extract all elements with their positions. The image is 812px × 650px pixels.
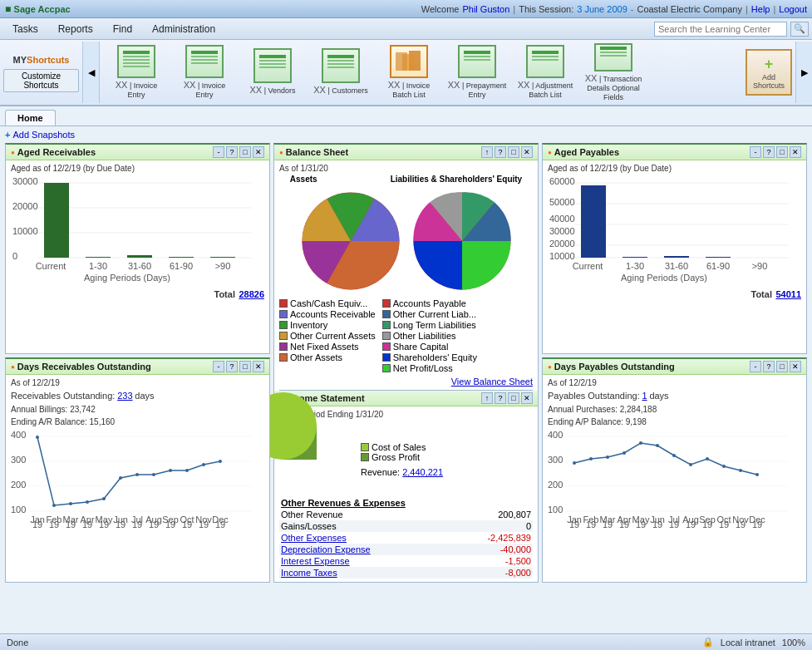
svg-rect-5 xyxy=(191,51,218,54)
svg-text:100: 100 xyxy=(548,505,563,515)
view-balance-sheet-link[interactable]: View Balance Sheet xyxy=(279,377,533,387)
total-value-link[interactable]: 54011 xyxy=(775,289,801,299)
svg-point-135 xyxy=(755,473,759,476)
svg-text:19: 19 xyxy=(66,520,76,529)
panel-close[interactable]: ✕ xyxy=(790,146,801,158)
panel-help[interactable]: ? xyxy=(763,146,775,158)
shortcut-transaction-details[interactable]: XX | Transaction Details Optional Fields xyxy=(580,42,647,102)
revenue-value-link[interactable]: 2,440,221 xyxy=(402,467,443,477)
panel-close[interactable]: ✕ xyxy=(253,361,264,372)
svg-point-125 xyxy=(589,457,593,460)
income-legend-area: Cost of Sales Gross Profit Revenue: 2,44… xyxy=(361,442,443,477)
menu-reports[interactable]: Reports xyxy=(49,20,102,38)
svg-rect-10 xyxy=(259,60,286,62)
zoom-level: 100% xyxy=(782,638,805,648)
svg-point-86 xyxy=(135,473,139,476)
topbar-left: ■ Sage Accpac xyxy=(5,3,71,15)
shortcut-icon xyxy=(390,45,428,78)
customize-shortcuts-button[interactable]: Customize Shortcuts xyxy=(3,69,79,92)
user-link[interactable]: Phil Guston xyxy=(462,4,509,14)
svg-rect-41 xyxy=(210,257,235,258)
panel-close[interactable]: ✕ xyxy=(253,146,264,158)
menu-tasks[interactable]: Tasks xyxy=(3,20,47,38)
menu-find[interactable]: Find xyxy=(104,20,141,38)
panel-minimize[interactable]: - xyxy=(750,361,761,372)
panel-close[interactable]: ✕ xyxy=(521,392,533,404)
tab-home[interactable]: Home xyxy=(5,110,56,126)
shortcut-invoice-entry-1[interactable]: XX | Invoice Entry xyxy=(103,42,170,102)
panel-scroll-up[interactable]: ↑ xyxy=(481,146,493,158)
table-row: Other Expenses -2,425,839 xyxy=(279,532,533,544)
shortcut-prepayment[interactable]: XX | Prepayment Entry xyxy=(444,42,510,102)
panel-scroll-up[interactable]: ↑ xyxy=(481,392,493,404)
add-snapshots-link[interactable]: Add Snapshots xyxy=(5,130,807,140)
shortcut-invoice-batch[interactable]: XX | Invoice Batch List xyxy=(376,42,442,102)
shortcut-icon xyxy=(322,48,360,83)
svg-rect-62 xyxy=(623,257,647,258)
svg-text:Current: Current xyxy=(573,261,603,271)
svg-text:19: 19 xyxy=(149,520,159,529)
panel-close[interactable]: ✕ xyxy=(790,361,801,372)
outstanding-info: Payables Outstanding: 1 days xyxy=(548,389,801,403)
panel-minimize[interactable]: - xyxy=(213,361,224,372)
add-shortcuts-button[interactable]: + AddShortcuts xyxy=(746,49,792,96)
svg-text:100: 100 xyxy=(11,505,26,515)
shortcut-icon xyxy=(117,45,155,78)
shortcut-customers[interactable]: XX | Customers xyxy=(308,42,374,102)
panel-help[interactable]: ? xyxy=(495,146,506,158)
panel-help[interactable]: ? xyxy=(495,392,506,404)
svg-rect-23 xyxy=(532,51,559,54)
svg-point-82 xyxy=(69,502,72,505)
svg-rect-61 xyxy=(581,185,606,258)
svg-rect-8 xyxy=(191,62,218,64)
panel-minimize[interactable]: - xyxy=(213,146,224,158)
panel-restore[interactable]: □ xyxy=(776,146,788,158)
svg-text:19: 19 xyxy=(32,520,42,529)
svg-text:200: 200 xyxy=(11,480,26,490)
search-button[interactable]: 🔍 xyxy=(790,22,809,37)
svg-rect-27 xyxy=(600,52,627,53)
outstanding-value[interactable]: 1 xyxy=(642,391,647,401)
balance-sheet-panel: Balance Sheet ↑ ? □ ✕ As of 1/31/20 Asse… xyxy=(273,143,539,583)
panel-restore[interactable]: □ xyxy=(239,361,251,372)
outstanding-value[interactable]: 233 xyxy=(117,391,132,401)
chart-subtitle: As of 12/2/19 xyxy=(11,378,264,387)
svg-point-85 xyxy=(119,476,122,480)
shortcut-invoice-entry-2[interactable]: XX | Invoice Entry xyxy=(171,42,238,102)
panel-restore[interactable]: □ xyxy=(239,146,251,158)
svg-rect-2 xyxy=(123,59,150,61)
shortcuts-nav-left[interactable]: ◀ xyxy=(83,42,100,103)
svg-text:1-30: 1-30 xyxy=(626,261,644,271)
shortcuts-nav-right[interactable]: ▶ xyxy=(795,42,812,103)
chart-subtitle: As of 1/31/20 xyxy=(279,164,533,173)
panel-restore[interactable]: □ xyxy=(776,361,788,372)
shortcut-vendors[interactable]: XX | Vendors xyxy=(239,42,306,102)
svg-point-126 xyxy=(606,455,609,459)
shortcut-adjustment-batch[interactable]: XX | Adjustment Batch List xyxy=(512,42,578,102)
panel-minimize[interactable]: - xyxy=(750,146,761,158)
svg-point-124 xyxy=(573,461,576,465)
help-link[interactable]: Help xyxy=(751,4,770,14)
chart-subtitle: Aged as of 12/2/19 (by Due Date) xyxy=(548,164,801,173)
panel-help[interactable]: ? xyxy=(226,361,238,372)
statusbar: Done 🔒 Local intranet 100% xyxy=(0,633,812,650)
svg-text:>90: >90 xyxy=(215,261,231,271)
panel-restore[interactable]: □ xyxy=(508,392,519,404)
panel-body: As of 12/2/19 Payables Outstanding: 1 da… xyxy=(543,375,806,533)
svg-text:61-90: 61-90 xyxy=(170,261,193,271)
panel-help[interactable]: ? xyxy=(226,146,238,158)
total-value-link[interactable]: 28826 xyxy=(239,289,264,299)
svg-text:19: 19 xyxy=(215,520,225,529)
panel-help[interactable]: ? xyxy=(763,361,775,372)
panel-header: Days Receivables Outstanding - ? □ ✕ xyxy=(6,359,269,375)
panel-restore[interactable]: □ xyxy=(508,146,519,158)
logout-link[interactable]: Logout xyxy=(779,4,807,14)
svg-text:30000: 30000 xyxy=(12,176,38,186)
menu-administration[interactable]: Administration xyxy=(143,20,224,38)
days-payables-panel: Days Payables Outstanding - ? □ ✕ As of … xyxy=(542,357,807,583)
panel-title: Days Payables Outstanding xyxy=(548,362,675,372)
svg-text:30000: 30000 xyxy=(549,226,575,236)
panel-close[interactable]: ✕ xyxy=(521,146,533,158)
search-input[interactable] xyxy=(654,22,787,37)
svg-text:20000: 20000 xyxy=(12,201,38,211)
